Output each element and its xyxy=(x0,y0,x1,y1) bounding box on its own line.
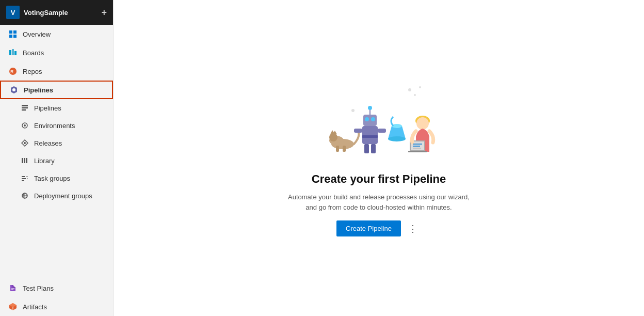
svg-point-46 xyxy=(368,106,372,110)
sidebar-item-test-plans[interactable]: Test Plans xyxy=(0,279,113,297)
sidebar-item-label: Boards xyxy=(23,49,44,57)
svg-rect-3 xyxy=(13,35,17,38)
sidebar-item-repos[interactable]: R Repos xyxy=(0,62,113,81)
test-plans-icon xyxy=(8,283,18,293)
svg-point-32 xyxy=(414,94,416,96)
svg-rect-48 xyxy=(378,129,386,133)
sidebar-sub-item-releases[interactable]: Releases xyxy=(0,134,113,152)
sidebar-sub-item-label: Deployment groups xyxy=(34,192,92,200)
sidebar-sub-item-task-groups[interactable]: Task groups xyxy=(0,169,113,187)
main-content: Create your first Pipeline Automate your… xyxy=(114,0,644,316)
svg-rect-20 xyxy=(22,178,26,179)
releases-icon xyxy=(21,139,29,147)
svg-point-53 xyxy=(388,136,406,141)
svg-rect-51 xyxy=(362,135,378,138)
sidebar-sub-item-label: Library xyxy=(34,157,55,165)
empty-state-title: Create your first Pipeline xyxy=(312,172,446,186)
project-name: VotingSample xyxy=(24,9,97,17)
sidebar-item-label: Repos xyxy=(23,68,42,75)
sidebar-item-label: Overview xyxy=(23,30,51,38)
svg-rect-18 xyxy=(26,158,27,163)
svg-rect-16 xyxy=(22,158,23,163)
svg-rect-2 xyxy=(9,35,12,38)
svg-point-15 xyxy=(24,142,26,144)
svg-point-30 xyxy=(408,88,411,91)
sidebar-sub-item-label: Pipelines xyxy=(34,104,61,112)
svg-point-14 xyxy=(24,124,26,127)
svg-rect-47 xyxy=(354,129,362,133)
svg-rect-19 xyxy=(22,176,25,177)
sidebar-sub-item-label: Environments xyxy=(34,122,75,130)
svg-rect-1 xyxy=(13,30,17,34)
svg-rect-21 xyxy=(22,180,24,181)
svg-text:R: R xyxy=(10,69,14,74)
sidebar-item-artifacts[interactable]: Artifacts xyxy=(0,297,113,316)
svg-rect-50 xyxy=(371,144,376,153)
add-project-icon[interactable]: + xyxy=(101,7,107,18)
sidebar-sub-item-environments[interactable]: Environments xyxy=(0,117,113,134)
svg-rect-17 xyxy=(24,158,25,163)
deployment-groups-icon xyxy=(21,192,29,200)
sidebar-sub-item-library[interactable]: Library xyxy=(0,152,113,169)
svg-point-36 xyxy=(329,133,337,141)
create-pipeline-button[interactable]: Create Pipeline xyxy=(336,220,401,236)
pipelines-sub-icon xyxy=(21,104,29,112)
sidebar-sub-item-label: Releases xyxy=(34,139,62,147)
sidebar: V VotingSample + Overview Boards R Repos xyxy=(0,0,114,316)
svg-rect-5 xyxy=(12,49,14,55)
svg-point-33 xyxy=(351,109,355,112)
library-icon xyxy=(21,156,29,165)
overview-icon xyxy=(8,29,18,39)
more-options-button[interactable]: ⋮ xyxy=(405,222,421,235)
svg-rect-22 xyxy=(26,176,28,177)
svg-rect-58 xyxy=(408,151,427,152)
artifacts-icon xyxy=(8,302,18,311)
svg-point-55 xyxy=(416,117,429,130)
svg-rect-10 xyxy=(22,105,28,106)
svg-rect-23 xyxy=(27,178,28,179)
empty-state-subtitle: Automate your build and release processe… xyxy=(286,192,472,212)
sidebar-sub-item-pipelines[interactable]: Pipelines xyxy=(0,99,113,117)
svg-point-43 xyxy=(365,117,369,121)
project-icon: V xyxy=(6,6,20,19)
sidebar-item-label: Pipelines xyxy=(24,86,53,94)
card-actions: Create Pipeline ⋮ xyxy=(336,220,421,236)
environments-icon xyxy=(21,121,29,130)
sidebar-item-boards[interactable]: Boards xyxy=(0,43,113,62)
svg-rect-39 xyxy=(336,146,339,152)
repos-icon: R xyxy=(8,67,18,76)
svg-point-9 xyxy=(12,88,15,91)
svg-point-44 xyxy=(371,117,375,121)
task-groups-icon xyxy=(21,174,29,182)
sidebar-item-label: Test Plans xyxy=(23,285,54,292)
svg-rect-49 xyxy=(364,144,369,153)
svg-rect-4 xyxy=(9,50,11,55)
svg-rect-11 xyxy=(22,107,28,108)
svg-rect-41 xyxy=(362,126,378,144)
pipeline-illustration xyxy=(317,80,441,162)
sidebar-item-pipelines[interactable]: Pipelines xyxy=(0,81,113,99)
boards-icon xyxy=(8,48,18,57)
svg-rect-0 xyxy=(9,30,12,34)
svg-rect-12 xyxy=(22,109,26,110)
sidebar-item-overview[interactable]: Overview xyxy=(0,25,113,43)
project-header[interactable]: V VotingSample + xyxy=(0,0,113,25)
svg-rect-6 xyxy=(14,51,17,55)
sidebar-item-label: Artifacts xyxy=(23,303,47,311)
sidebar-sub-item-deployment-groups[interactable]: Deployment groups xyxy=(0,187,113,204)
empty-state-card: Create your first Pipeline Automate your… xyxy=(286,80,472,236)
pipelines-icon xyxy=(9,85,19,94)
svg-point-31 xyxy=(419,86,421,88)
sidebar-sub-item-label: Task groups xyxy=(34,175,70,182)
svg-rect-40 xyxy=(343,146,346,152)
